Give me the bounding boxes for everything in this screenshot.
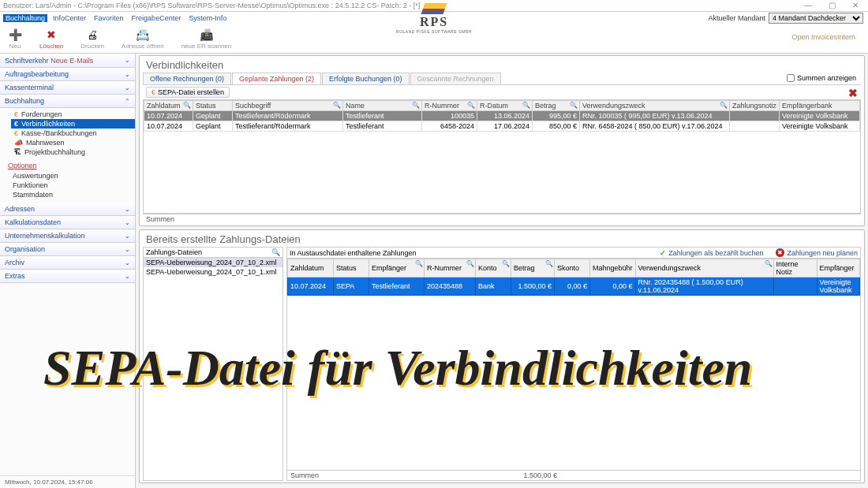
tab-offene[interactable]: Offene Rechnungen (0) xyxy=(143,73,231,84)
panel-zahlungsdateien: Bereits erstellte Zahlungs-Dateien Zahlu… xyxy=(139,229,865,483)
file-item[interactable]: SEPA-Ueberweisung_2024_07_10_2.xml xyxy=(144,258,282,267)
scanner-icon: 📠 xyxy=(200,28,214,42)
menu-freigabecenter[interactable]: FreigabeCenter xyxy=(129,14,184,22)
sum-footer: Summen xyxy=(143,214,861,224)
euro-icon: € xyxy=(14,120,18,128)
tb-adresse[interactable]: 📇Adresse öffnen xyxy=(118,26,167,51)
tree-projektbuch[interactable]: 🏗Projektbuchhaltung xyxy=(11,147,135,157)
mandant-label: Aktueller Mandant xyxy=(708,14,765,22)
table-row[interactable]: 10.07.2024GeplantTestlieferant/Rödermark… xyxy=(144,121,860,132)
tab-erfolgte[interactable]: Erfolgte Buchungen (0) xyxy=(322,73,410,84)
menu-systeminfo[interactable]: System-Info xyxy=(186,14,229,22)
payments-pane: In Austauschdatei enthaltene Zahlungen Z… xyxy=(286,247,861,481)
open-invoices-link[interactable]: Open InvoicesIntern xyxy=(791,33,855,41)
panel2-title: Bereits erstellte Zahlungs-Dateien xyxy=(143,232,861,247)
menu-infocenter[interactable]: InfoCenter xyxy=(51,14,88,22)
paypane-header: In Austauschdatei enthaltene Zahlungen xyxy=(290,249,417,257)
search-icon[interactable]: 🔍 xyxy=(467,102,475,109)
search-icon[interactable]: 🔍 xyxy=(765,260,773,267)
mandant-selector: Aktueller Mandant 4 Mandant Dachdecker xyxy=(708,13,863,24)
euro-icon: € xyxy=(14,110,18,118)
address-icon: 📇 xyxy=(136,28,150,42)
panel-title: Verbindlichkeiten xyxy=(143,58,861,73)
panel-verbindlichkeiten: Verbindlichkeiten Offene Rechnungen (0) … xyxy=(139,55,865,226)
sidebar-options: Optionen Auswertungen Funktionen Stammda… xyxy=(0,158,135,203)
search-icon[interactable]: 🔍 xyxy=(271,248,280,256)
file-item[interactable]: SEPA-Ueberweisung_2024_07_10_1.xml xyxy=(144,267,282,277)
files-header: Zahlungs-Dateien xyxy=(146,248,202,256)
toolbar: ➕Neu ✖Löschen 🖨Drucken 📇Adresse öffnen 📠… xyxy=(0,24,868,54)
table1-wrap[interactable]: Zahldatum🔍 Status Suchbegriff🔍 Name🔍 R-N… xyxy=(143,99,861,214)
files-pane: Zahlungs-Dateien🔍 SEPA-Ueberweisung_2024… xyxy=(143,247,283,481)
summen-toggle[interactable]: Summen anzeigen xyxy=(787,74,856,82)
close-icon[interactable]: ✖ xyxy=(848,87,858,99)
summen-checkbox[interactable] xyxy=(787,74,795,82)
sidebar: Schriftverkehr Neue E-Mails⌄ Auftragsbea… xyxy=(0,54,136,488)
sb-adressen[interactable]: Adressen⌄ xyxy=(0,203,135,216)
tabs: Offene Rechnungen (0) Geplante Zahlungen… xyxy=(143,73,861,85)
opt-funktionen[interactable]: Funktionen xyxy=(8,181,127,190)
tb-scan[interactable]: 📠neue ER scannen xyxy=(178,26,235,51)
sb-org[interactable]: Organisation⌄ xyxy=(0,243,135,256)
tb-drucken[interactable]: 🖨Drucken xyxy=(77,26,107,51)
sb-archiv[interactable]: Archiv⌄ xyxy=(0,256,135,270)
sepa-create-button[interactable]: €SEPA-Datei erstellen xyxy=(146,87,230,98)
opt-auswertungen[interactable]: Auswertungen xyxy=(8,171,127,181)
search-icon[interactable]: 🔍 xyxy=(412,102,420,109)
options-header: Optionen xyxy=(8,162,127,169)
sb-extras[interactable]: Extras⌄ xyxy=(0,270,135,283)
table-row[interactable]: 10.07.2024GeplantTestlieferant/Rödermark… xyxy=(144,111,860,121)
menu-buchhaltung[interactable]: Buchhaltung xyxy=(3,14,47,22)
sb-untern[interactable]: Unternehmenskalkulation⌄ xyxy=(0,229,135,243)
menu-favoriten[interactable]: Favoriten xyxy=(92,14,126,22)
sum-footer2: Summen 1.500,00 € xyxy=(287,470,860,480)
table-planned-payments: Zahldatum🔍 Status Suchbegriff🔍 Name🔍 R-N… xyxy=(144,100,860,132)
search-icon[interactable]: 🔍 xyxy=(720,102,728,109)
close-button[interactable]: ✕ xyxy=(846,1,865,10)
sb-kasse[interactable]: Kassenterminal⌄ xyxy=(0,81,135,95)
chevron-down-icon: ⌄ xyxy=(125,57,130,64)
tab-gescannte[interactable]: Gescannte Rechnungen xyxy=(410,73,501,84)
chevron-down-icon: ⌄ xyxy=(125,233,130,240)
search-icon[interactable]: 🔍 xyxy=(522,102,530,109)
search-icon[interactable]: 🔍 xyxy=(183,102,191,109)
sb-buchhaltung[interactable]: Buchhaltung⌃ xyxy=(0,95,135,108)
chevron-down-icon: ⌄ xyxy=(125,246,130,253)
opt-stammdaten[interactable]: Stammdaten xyxy=(8,190,127,199)
delete-icon: ✖ xyxy=(44,28,58,42)
maximize-button[interactable]: ▢ xyxy=(822,1,841,10)
tb-loeschen[interactable]: ✖Löschen xyxy=(36,26,66,51)
table-file-payments: Zahldatum Status Empfänger🔍 R-Nummer🔍 Ko… xyxy=(287,259,860,296)
replan-link[interactable]: Zahlungen neu planen xyxy=(776,248,858,257)
search-icon[interactable]: 🔍 xyxy=(545,260,553,267)
sb-auftrag[interactable]: Auftragsbearbeitung⌄ xyxy=(0,68,135,81)
search-icon[interactable]: 🔍 xyxy=(466,260,474,267)
status-time: Mittwoch, 10.07.2024, 15:47:06 xyxy=(0,475,135,488)
tree-forderungen[interactable]: €Forderungen xyxy=(11,110,135,119)
euro-icon: € xyxy=(14,129,18,137)
tree-kassebank[interactable]: €Kasse-/Bankbuchungen xyxy=(11,129,135,138)
search-icon[interactable]: 🔍 xyxy=(502,260,510,267)
mark-paid-link[interactable]: Zahlungen als bezahlt buchen xyxy=(660,249,763,257)
sb-kalk[interactable]: Kalkulationsdaten⌄ xyxy=(0,216,135,229)
search-icon[interactable]: 🔍 xyxy=(415,260,423,267)
search-icon[interactable]: 🔍 xyxy=(570,102,578,109)
chevron-down-icon: ⌄ xyxy=(125,259,130,266)
mandant-select[interactable]: 4 Mandant Dachdecker xyxy=(769,13,863,24)
tree-mahnwesen[interactable]: 📣Mahnwesen xyxy=(11,138,135,147)
euro-icon: € xyxy=(152,88,155,96)
tree-verbindlichkeiten[interactable]: €Verbindlichkeiten xyxy=(11,119,135,129)
table-row[interactable]: 10.07.2024SEPATestlieferant202435488Bank… xyxy=(288,278,860,296)
search-icon[interactable]: 🔍 xyxy=(333,102,341,109)
mahn-icon: 📣 xyxy=(14,139,23,147)
print-icon: 🖨 xyxy=(85,28,99,42)
plus-icon: ➕ xyxy=(8,28,22,42)
minimize-button[interactable]: — xyxy=(799,1,817,10)
sb-schriftverkehr[interactable]: Schriftverkehr Neue E-Mails⌄ xyxy=(0,54,135,68)
accounting-tree: €Forderungen €Verbindlichkeiten €Kasse-/… xyxy=(0,108,135,158)
tb-neu[interactable]: ➕Neu xyxy=(5,26,25,51)
chevron-down-icon: ⌄ xyxy=(125,71,130,78)
chevron-down-icon: ⌄ xyxy=(125,206,130,213)
tab-geplante[interactable]: Geplante Zahlungen (2) xyxy=(232,73,321,84)
content-area: Verbindlichkeiten Offene Rechnungen (0) … xyxy=(136,54,868,488)
